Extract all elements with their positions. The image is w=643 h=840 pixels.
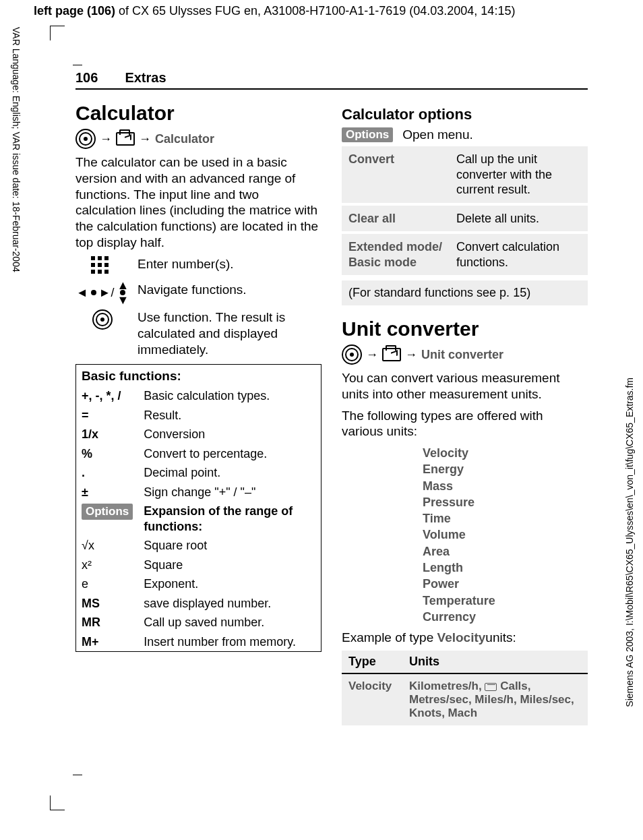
- calculator-intro: The calculator can be used in a basic ve…: [75, 154, 322, 251]
- source-header: left page (106) of CX 65 Ulysses FUG en,…: [34, 4, 515, 18]
- instruction-text: Use function. The result is calculated a…: [137, 309, 322, 357]
- nav-path-label: Unit converter: [421, 348, 503, 362]
- side-note-right: Siemens AG 2003, I:\Mobil\R65\CX65_Ulyss…: [624, 378, 635, 707]
- keypad-icon: [91, 256, 114, 276]
- list-item: Power: [423, 576, 588, 592]
- crop-mark: [50, 26, 65, 40]
- table-row: ±Sign change "+" / "–": [76, 483, 321, 502]
- table-row: MRCall up saved number.: [76, 613, 321, 632]
- box-title: Basic functions:: [76, 365, 321, 386]
- list-item: Mass: [423, 478, 588, 494]
- envelope-icon: [485, 683, 497, 691]
- right-column: Calculator options Options Open menu. Co…: [342, 102, 588, 725]
- cell-type: Velocity: [342, 673, 402, 725]
- unit-type-list: Velocity Energy Mass Pressure Time Volum…: [423, 445, 588, 625]
- table-row: Velocity Kilometres/h, Calls, Metres/sec…: [342, 673, 588, 725]
- basic-functions-table: +, -, *, /Basic calculation types. =Resu…: [76, 386, 321, 651]
- calculator-options-heading: Calculator options: [342, 106, 588, 123]
- crop-mark: [50, 796, 65, 810]
- cell-units: Kilometres/h, Calls, Metres/sec, Miles/h…: [402, 673, 588, 725]
- crop-mark: [73, 775, 82, 775]
- list-item: Velocity: [423, 445, 588, 461]
- list-item: Area: [423, 543, 588, 560]
- page-number: 106: [75, 70, 98, 86]
- nav-path-label: Calculator: [155, 132, 214, 146]
- nav-path-calculator: → → Calculator: [75, 129, 322, 149]
- page: left page (106) of CX 65 Ulysses FUG en,…: [0, 0, 643, 840]
- table-row: ConvertCall up the unit converter with t…: [342, 146, 588, 204]
- options-badge: Options: [342, 127, 393, 142]
- arrow-icon: →: [100, 132, 112, 146]
- options-footnote: (For standard functions see p. 15): [342, 280, 588, 305]
- list-item: Length: [423, 560, 588, 576]
- folder-icon: [116, 132, 135, 146]
- options-open-line: Options Open menu.: [342, 127, 588, 142]
- list-item: Temperature: [423, 593, 588, 609]
- table-row: M+Insert number from memory.: [76, 632, 321, 652]
- options-open-text: Open menu.: [402, 127, 473, 142]
- menu-key-icon: [342, 344, 362, 365]
- table-row: eExponent.: [76, 574, 321, 594]
- table-row: MSsave displayed number.: [76, 594, 321, 613]
- list-item: Volume: [423, 527, 588, 543]
- source-header-rest: of CX 65 Ulysses FUG en, A31008-H7100-A1…: [115, 4, 515, 18]
- left-column: Calculator → → Calculator The calculator…: [75, 102, 322, 725]
- expand-label: Expansion of the range of functions:: [144, 504, 293, 533]
- table-row: 1/xConversion: [76, 425, 321, 444]
- list-item: Time: [423, 510, 588, 527]
- table-row: √xSquare root: [76, 536, 321, 556]
- instruction-row: Enter number(s).: [75, 256, 322, 276]
- nav-path-unit-converter: → → Unit converter: [342, 344, 588, 365]
- example-intro: Example of type Velocityunits:: [342, 630, 588, 645]
- table-header-row: Type Units: [342, 651, 588, 673]
- unit-converter-p2: The following types are offered with var…: [342, 408, 588, 440]
- table-row: =Result.: [76, 406, 321, 425]
- running-head: 106 Extras: [75, 70, 588, 90]
- menu-key-icon: [75, 129, 96, 149]
- calculator-heading: Calculator: [75, 102, 322, 125]
- col-header-units: Units: [402, 651, 588, 673]
- arrow-icon: →: [405, 348, 417, 362]
- two-columns: Calculator → → Calculator The calculator…: [75, 102, 588, 725]
- side-note-left: VAR Language: English; VAR issue date: 1…: [11, 27, 22, 272]
- options-badge: Options: [82, 504, 133, 519]
- navpad-icon: ◄►/▲▼: [76, 282, 129, 305]
- source-header-bold: left page (106): [34, 4, 115, 18]
- table-row: Extended mode/ Basic modeConvert calcula…: [342, 233, 588, 276]
- instruction-text: Navigate functions.: [137, 282, 322, 298]
- instruction-row: ◄►/▲▼ Navigate functions.: [75, 282, 322, 305]
- section-title: Extras: [125, 70, 166, 86]
- arrow-icon: →: [366, 348, 378, 362]
- list-item: Energy: [423, 461, 588, 477]
- basic-functions-box: Basic functions: +, -, *, /Basic calcula…: [75, 364, 322, 652]
- table-row: Clear allDelete all units.: [342, 204, 588, 233]
- list-item: Currency: [423, 609, 588, 625]
- menu-key-icon: [92, 309, 113, 330]
- list-item: Pressure: [423, 494, 588, 510]
- unit-converter-heading: Unit converter: [342, 318, 588, 340]
- folder-icon: [382, 348, 401, 361]
- calculator-options-table: ConvertCall up the unit converter with t…: [342, 146, 588, 278]
- col-header-type: Type: [342, 651, 402, 673]
- arrow-icon: →: [139, 132, 151, 146]
- instruction-row: Use function. The result is calculated a…: [75, 309, 322, 357]
- table-row: %Convert to percentage.: [76, 444, 321, 464]
- table-row: Options Expansion of the range of functi…: [76, 502, 321, 536]
- table-row: +, -, *, /Basic calculation types.: [76, 386, 321, 406]
- crop-mark: [73, 65, 82, 65]
- unit-converter-p1: You can convert various measurement unit…: [342, 370, 588, 402]
- content-area: 106 Extras Calculator → → Calculator The…: [75, 70, 588, 725]
- velocity-units-table: Type Units Velocity Kilometres/h, Calls,…: [342, 651, 588, 725]
- table-row: x²Square: [76, 556, 321, 575]
- instruction-text: Enter number(s).: [137, 256, 322, 272]
- table-row: .Decimal point.: [76, 463, 321, 483]
